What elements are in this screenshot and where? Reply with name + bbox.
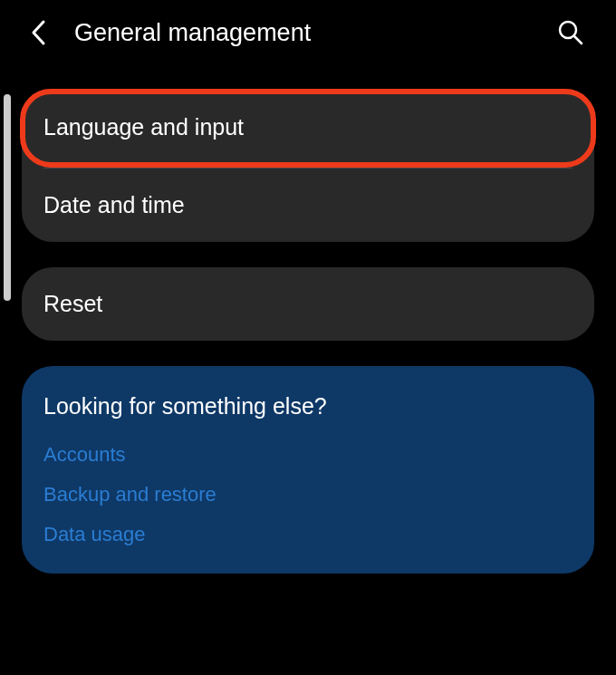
date-and-time-item[interactable]: Date and time [22,169,594,242]
backup-restore-link[interactable]: Backup and restore [43,483,573,506]
scroll-indicator[interactable] [4,94,11,301]
back-button[interactable] [22,16,54,49]
data-usage-link[interactable]: Data usage [43,523,573,546]
language-and-input-item[interactable]: Language and input [20,89,596,168]
svg-line-1 [574,36,582,43]
search-icon [557,19,584,46]
settings-group-2: Reset [22,267,594,341]
search-button[interactable] [554,16,587,49]
suggestions-title: Looking for something else? [43,393,573,419]
chevron-left-icon [30,19,46,46]
page-title: General management [74,19,554,47]
reset-item[interactable]: Reset [22,267,594,341]
header: General management [0,0,616,65]
settings-group-1: Language and input Date and time [22,89,594,242]
accounts-link[interactable]: Accounts [43,443,573,467]
suggestions-card: Looking for something else? Accounts Bac… [22,366,594,574]
